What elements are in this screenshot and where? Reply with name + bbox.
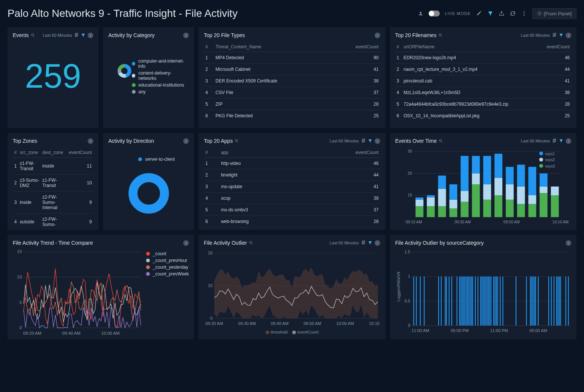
- column-header[interactable]: app: [220, 148, 306, 158]
- table-row[interactable]: 3insidez2-FW-Sumo-Internal9: [13, 192, 93, 214]
- filter-icon[interactable]: [487, 10, 493, 16]
- column-header[interactable]: #: [395, 42, 402, 52]
- table-row[interactable]: 1EDR2020new-logo2lr.mp446: [395, 52, 571, 64]
- info-icon[interactable]: i: [183, 138, 189, 144]
- table-row[interactable]: 1z1-FW-Transitinside11: [13, 158, 93, 175]
- svg-text:09:10 AM: 09:10 AM: [406, 220, 422, 224]
- column-header[interactable]: dest_zone: [41, 148, 67, 158]
- legend-dot: [146, 265, 150, 269]
- apps-table: #appeventCount1http-video462limelight443…: [204, 148, 380, 230]
- user-icon[interactable]: [418, 11, 423, 16]
- svg-text:vsys1: vsys1: [545, 152, 555, 156]
- table-row[interactable]: 3ms-update41: [204, 181, 380, 193]
- svg-rect-46: [483, 200, 491, 217]
- legend-item[interactable]: content-delivery-networks: [132, 70, 189, 81]
- info-icon[interactable]: i: [375, 138, 380, 144]
- copy-icon[interactable]: [361, 139, 366, 143]
- table-row[interactable]: 572a4a4644bfca0c93bce8b79923d080e97c9e4e…: [395, 99, 571, 110]
- legend-item[interactable]: educational-institutions: [132, 82, 189, 88]
- live-mode-toggle[interactable]: [429, 10, 440, 16]
- column-header[interactable]: urlORFileName: [402, 42, 538, 52]
- table-row[interactable]: 1http-video46: [204, 158, 380, 169]
- table-row[interactable]: 3pinrulesstl.cab41: [395, 75, 571, 87]
- info-icon[interactable]: i: [183, 33, 189, 38]
- column-header[interactable]: src_zone: [18, 148, 41, 158]
- legend-dot: [146, 252, 150, 256]
- svg-rect-122: [456, 277, 457, 326]
- info-icon[interactable]: i: [566, 240, 571, 246]
- copy-icon[interactable]: [361, 241, 366, 245]
- filter-icon[interactable]: [368, 139, 372, 143]
- table-row[interactable]: 6OSX_10_14_IncompatibleAppList.pkg25: [395, 110, 571, 122]
- info-icon[interactable]: i: [88, 33, 93, 38]
- info-icon[interactable]: i: [183, 240, 189, 246]
- legend-item[interactable]: _count: [146, 251, 189, 256]
- table-row[interactable]: 3DER Encoded X509 Certificate38: [204, 75, 380, 87]
- copy-icon[interactable]: [552, 139, 557, 143]
- svg-rect-151: [515, 277, 516, 326]
- column-header[interactable]: eventCount: [306, 148, 380, 158]
- info-icon[interactable]: i: [566, 33, 571, 38]
- svg-text:09:50 AM: 09:50 AM: [304, 321, 321, 326]
- column-header[interactable]: #: [13, 148, 18, 158]
- info-icon[interactable]: i: [566, 138, 571, 144]
- table-row[interactable]: 6PKG File Detected25: [204, 110, 380, 122]
- table-row[interactable]: 4MzL1s0LeqeWJ6L+1ri5m5D38: [395, 87, 571, 99]
- legend-item[interactable]: server-to-client: [138, 157, 189, 162]
- search-icon[interactable]: [249, 241, 253, 245]
- info-icon[interactable]: i: [88, 138, 93, 144]
- search-icon[interactable]: [439, 139, 443, 143]
- column-header[interactable]: #: [204, 42, 214, 52]
- share-icon[interactable]: [499, 10, 505, 16]
- svg-point-75: [539, 164, 543, 168]
- column-header[interactable]: eventCount: [333, 42, 380, 52]
- legend-item[interactable]: any: [132, 89, 189, 94]
- info-icon[interactable]: i: [375, 33, 380, 38]
- outlier-chart: 0102009:20 AM09:30 AM09:40 AM09:50 AM10:…: [204, 250, 380, 328]
- table-row[interactable]: 2nasm_cpt_lecture_mod_3_1_v2.mp444: [395, 64, 571, 75]
- activity-category-title: Activity by Category: [108, 32, 155, 38]
- top-filenames-panel: Top 20 Filenames Last 60 Minutes i #urlO…: [390, 27, 577, 128]
- legend-label: _count_prevWeek: [153, 271, 189, 277]
- table-row[interactable]: 6web-browsing28: [204, 216, 380, 227]
- svg-rect-134: [475, 277, 475, 326]
- column-header[interactable]: eventCount: [538, 42, 571, 52]
- table-row[interactable]: 2limelight44: [204, 169, 380, 181]
- filter-icon[interactable]: [559, 139, 563, 143]
- filter-icon[interactable]: [559, 33, 563, 37]
- svg-text:09:40 AM: 09:40 AM: [271, 321, 288, 326]
- table-row[interactable]: 2z3-Sumo-DMZz1-FW-Transit10: [13, 175, 93, 192]
- legend-item[interactable]: _count_yesterday: [146, 265, 189, 270]
- from-panel-dropdown[interactable]: [From Panel]: [532, 8, 577, 19]
- info-icon[interactable]: i: [375, 240, 380, 246]
- column-header[interactable]: #: [204, 148, 220, 158]
- edit-icon[interactable]: [476, 10, 482, 16]
- svg-text:09:20 AM: 09:20 AM: [206, 321, 223, 326]
- table-row[interactable]: 4CSV File37: [204, 87, 380, 99]
- svg-point-2: [523, 13, 524, 14]
- more-icon[interactable]: [521, 10, 527, 16]
- search-icon[interactable]: [31, 33, 35, 37]
- table-row[interactable]: 4outsidez2-FW-Sumo-9: [13, 214, 93, 230]
- column-header[interactable]: eventCount: [67, 148, 93, 158]
- search-icon[interactable]: [234, 139, 239, 143]
- legend-item[interactable]: _count_prevWeek: [146, 271, 189, 277]
- copy-icon[interactable]: [74, 33, 79, 37]
- table-row[interactable]: 1MP4 Detected90: [204, 52, 380, 64]
- table-row[interactable]: 5ms-ds-smbv337: [204, 204, 380, 216]
- events-title: Events: [13, 32, 29, 38]
- legend-label: content-delivery-networks: [138, 70, 189, 81]
- table-row[interactable]: 2Microsoft Cabinet41: [204, 64, 380, 75]
- column-header[interactable]: Threat_Content_Name: [214, 42, 332, 52]
- refresh-icon[interactable]: [510, 10, 516, 16]
- copy-icon[interactable]: [552, 33, 557, 37]
- table-row[interactable]: 5ZIP28: [204, 99, 380, 110]
- filter-icon[interactable]: [368, 241, 372, 245]
- svg-rect-31: [427, 206, 435, 217]
- table-row[interactable]: 7apple-update25: [204, 227, 380, 230]
- table-row[interactable]: 4ocsp38: [204, 193, 380, 204]
- legend-item[interactable]: computer-and-internet-info: [132, 58, 189, 69]
- filter-icon[interactable]: [81, 33, 85, 37]
- search-icon[interactable]: [438, 33, 443, 37]
- legend-item[interactable]: _count_prevHour: [146, 258, 189, 263]
